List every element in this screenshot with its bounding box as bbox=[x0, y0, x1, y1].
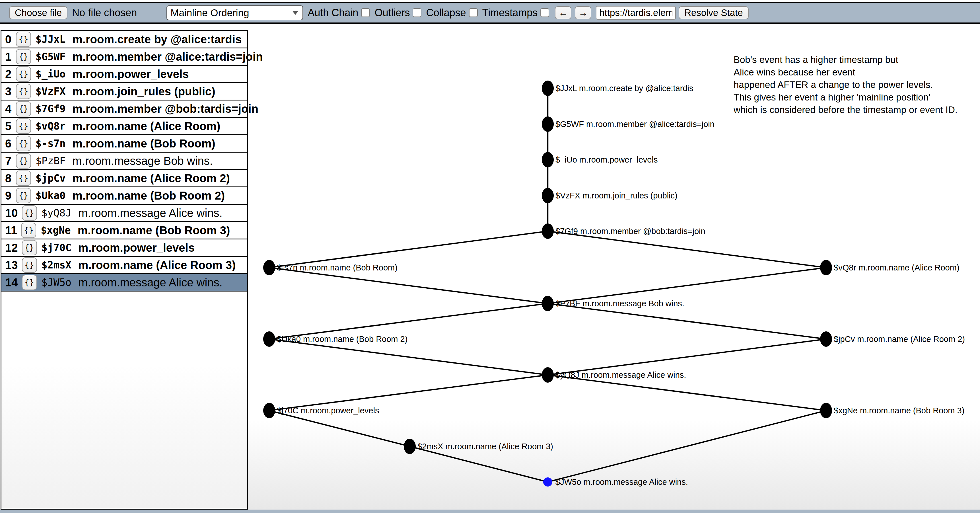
event-description: m.room.power_levels bbox=[78, 241, 195, 254]
event-row[interactable]: 0{}$JJxLm.room.create by @alice:tardis bbox=[2, 31, 247, 48]
event-json-button[interactable]: {} bbox=[16, 84, 31, 99]
graph-node[interactable] bbox=[263, 403, 275, 418]
graph-node[interactable] bbox=[542, 152, 554, 167]
event-description: m.room.member @alice:tardis=join bbox=[72, 50, 262, 63]
event-row-index: 1 bbox=[5, 50, 12, 63]
annotation-text: Bob's event has a higher timestamp butAl… bbox=[733, 54, 958, 116]
event-json-button[interactable]: {} bbox=[16, 118, 31, 134]
event-id: $PzBF bbox=[35, 155, 65, 167]
event-json-button[interactable]: {} bbox=[22, 275, 37, 290]
annotation-line: This gives her event a higher 'mainline … bbox=[733, 91, 958, 104]
event-id: $7Gf9 bbox=[35, 103, 65, 115]
event-id: $-s7n bbox=[35, 138, 65, 149]
event-description: m.room.name (Alice Room) bbox=[72, 120, 220, 133]
event-list-panel: 0{}$JJxLm.room.create by @alice:tardis1{… bbox=[0, 30, 248, 510]
graph-edge bbox=[410, 446, 548, 482]
event-json-button[interactable]: {} bbox=[16, 32, 31, 47]
event-row[interactable]: 5{}$vQ8rm.room.name (Alice Room) bbox=[2, 118, 247, 135]
event-list: 0{}$JJxLm.room.create by @alice:tardis1{… bbox=[2, 31, 247, 292]
event-description: m.room.member @bob:tardis=join bbox=[72, 102, 258, 115]
event-description: m.room.join_rules (public) bbox=[72, 85, 215, 98]
graph-node[interactable] bbox=[542, 223, 554, 239]
annotation-line: Alice wins because her event bbox=[733, 66, 958, 78]
event-row[interactable]: 7{}$PzBFm.room.message Bob wins. bbox=[2, 153, 247, 170]
footer-strip bbox=[0, 510, 980, 513]
graph-node[interactable] bbox=[542, 81, 554, 96]
graph-edge bbox=[269, 303, 548, 339]
event-description: m.room.message Bob wins. bbox=[72, 155, 213, 167]
event-json-button[interactable]: {} bbox=[16, 101, 31, 116]
event-json-button[interactable]: {} bbox=[16, 136, 31, 151]
event-row[interactable]: 3{}$VzFXm.room.join_rules (public) bbox=[2, 83, 247, 100]
graph-node-label: $G5WF m.room.member @alice:tardis=join bbox=[555, 119, 714, 129]
event-description: m.room.name (Bob Room) bbox=[72, 137, 215, 150]
event-row-index: 10 bbox=[5, 207, 18, 220]
event-row-index: 3 bbox=[5, 85, 12, 98]
event-json-button[interactable]: {} bbox=[21, 223, 36, 238]
graph-node-label: $JJxL m.room.create by @alice:tardis bbox=[555, 84, 693, 93]
event-json-button[interactable]: {} bbox=[16, 153, 31, 169]
event-row[interactable]: 4{}$7Gf9m.room.member @bob:tardis=join bbox=[2, 100, 247, 118]
event-row[interactable]: 12{}$j70Cm.room.power_levels bbox=[2, 239, 247, 257]
event-row[interactable]: 2{}$_iUom.room.power_levels bbox=[2, 66, 247, 83]
graph-node-selected[interactable] bbox=[543, 477, 552, 486]
event-id: $Uka0 bbox=[35, 190, 65, 201]
event-row[interactable]: 14{}$JW5om.room.message Alice wins. bbox=[2, 274, 247, 292]
event-description: m.room.name (Alice Room 3) bbox=[78, 259, 235, 272]
event-json-button[interactable]: {} bbox=[22, 257, 37, 273]
graph-node[interactable] bbox=[404, 439, 416, 454]
event-json-button[interactable]: {} bbox=[22, 240, 37, 255]
event-description: m.room.name (Bob Room 2) bbox=[72, 189, 225, 202]
graph-node[interactable] bbox=[820, 331, 832, 347]
event-id: $G5WF bbox=[35, 51, 65, 62]
graph-node[interactable] bbox=[820, 260, 832, 275]
event-json-button[interactable]: {} bbox=[16, 170, 31, 186]
graph-node-label: $yQ8J m.room.message Alice wins. bbox=[555, 370, 686, 379]
event-description: m.room.message Alice wins. bbox=[78, 207, 223, 220]
event-id: $2msX bbox=[41, 259, 72, 271]
event-description: m.room.power_levels bbox=[72, 68, 189, 81]
event-row[interactable]: 1{}$G5WFm.room.member @alice:tardis=join bbox=[2, 48, 247, 66]
graph-node-label: $jpCv m.room.name (Alice Room 2) bbox=[834, 335, 965, 344]
graph-node-label: $JW5o m.room.message Alice wins. bbox=[555, 477, 688, 486]
event-id: $xgNe bbox=[41, 225, 70, 236]
event-row-index: 8 bbox=[5, 172, 12, 185]
event-description: m.room.create by @alice:tardis bbox=[72, 33, 242, 46]
event-id: $yQ8J bbox=[41, 207, 72, 219]
event-id: $VzFX bbox=[35, 86, 65, 97]
graph-edge bbox=[548, 375, 826, 411]
event-json-button[interactable]: {} bbox=[22, 205, 37, 221]
event-json-button[interactable]: {} bbox=[16, 49, 31, 64]
event-row[interactable]: 13{}$2msXm.room.name (Alice Room 3) bbox=[2, 257, 247, 274]
event-row[interactable]: 11{}$xgNem.room.name (Bob Room 3) bbox=[2, 222, 247, 239]
event-id: $_iUo bbox=[35, 69, 65, 80]
event-row-index: 2 bbox=[5, 68, 12, 81]
event-row-index: 6 bbox=[5, 137, 12, 150]
event-json-button[interactable]: {} bbox=[16, 66, 31, 82]
event-row[interactable]: 9{}$Uka0m.room.name (Bob Room 2) bbox=[2, 187, 247, 205]
event-row[interactable]: 10{}$yQ8Jm.room.message Alice wins. bbox=[2, 205, 247, 222]
graph-node[interactable] bbox=[263, 331, 275, 347]
graph-node-label: $xgNe m.room.name (Bob Room 3) bbox=[834, 406, 964, 415]
graph-node[interactable] bbox=[542, 296, 554, 311]
graph-node[interactable] bbox=[542, 188, 554, 203]
graph-edge bbox=[269, 339, 548, 375]
graph-edge bbox=[548, 411, 826, 482]
event-row-index: 5 bbox=[5, 120, 12, 133]
graph-node[interactable] bbox=[263, 260, 275, 275]
graph-edge bbox=[269, 375, 548, 411]
event-description: m.room.message Alice wins. bbox=[78, 276, 223, 289]
event-row[interactable]: 6{}$-s7nm.room.name (Bob Room) bbox=[2, 135, 247, 153]
event-row-index: 0 bbox=[5, 33, 12, 46]
graph-node[interactable] bbox=[820, 403, 832, 418]
event-row-index: 12 bbox=[5, 241, 18, 254]
graph-node[interactable] bbox=[542, 116, 554, 132]
graph-node-label: $_iUo m.room.power_levels bbox=[555, 155, 658, 164]
event-row[interactable]: 8{}$jpCvm.room.name (Alice Room 2) bbox=[2, 170, 247, 187]
event-id: $vQ8r bbox=[35, 120, 65, 132]
event-json-button[interactable]: {} bbox=[16, 188, 31, 203]
graph-node-label: $7Gf9 m.room.member @bob:tardis=join bbox=[555, 226, 705, 236]
graph-edge bbox=[548, 231, 826, 268]
annotation-line: Bob's event has a higher timestamp but bbox=[733, 54, 958, 66]
graph-node[interactable] bbox=[542, 367, 554, 382]
